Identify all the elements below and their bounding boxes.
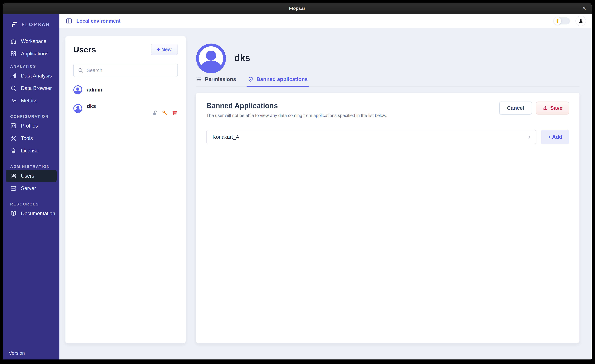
- search-box: [73, 64, 178, 77]
- person-icon: [578, 18, 584, 24]
- sidebar-section-resources: RESOURCES: [10, 201, 59, 207]
- unlock-icon[interactable]: [152, 110, 158, 116]
- sidebar-section-administration: ADMINISTRATION: [10, 164, 59, 170]
- user-profile-header: dks: [196, 43, 580, 74]
- users-icon: [10, 173, 17, 179]
- sidebar-section-analytics: ANALYTICS: [10, 63, 59, 69]
- detail-tabs: PermissionsBanned applications: [196, 76, 580, 87]
- shield-x-icon: [248, 76, 254, 82]
- application-select-row: Konakart_A + Add: [206, 130, 569, 144]
- server-icon: [10, 185, 17, 192]
- theme-toggle[interactable]: [554, 17, 570, 24]
- user-avatar-icon: [73, 85, 82, 94]
- book-open-icon: [10, 210, 17, 217]
- grid-icon: [10, 50, 17, 57]
- user-name: dks: [87, 103, 96, 109]
- tab-label: Permissions: [205, 76, 236, 82]
- sidebar-item-label: Applications: [21, 51, 48, 57]
- user-profile-name: dks: [234, 53, 250, 63]
- tab-permissions[interactable]: Permissions: [196, 76, 236, 86]
- sidebar-item-profiles[interactable]: Profiles: [3, 120, 59, 132]
- sidebar-item-documentation[interactable]: Documentation: [3, 207, 59, 220]
- home-icon: [10, 38, 17, 45]
- pulse-icon: [10, 97, 17, 104]
- code-square-icon: [10, 123, 17, 129]
- window-title: Flopsar: [289, 6, 305, 11]
- application-select[interactable]: Konakart_A: [206, 130, 536, 144]
- topbar-right: [554, 16, 586, 26]
- account-menu-button[interactable]: [575, 16, 586, 26]
- user-list: admindks: [73, 82, 178, 119]
- user-detail: dks PermissionsBanned applications Banne…: [196, 36, 580, 343]
- tab-banned-applications[interactable]: Banned applications: [248, 76, 308, 86]
- sidebar-nav: WorkspaceApplicationsANALYTICSData Analy…: [3, 35, 59, 220]
- app-window: Flopsar ✕ FLOPSAR WorkspaceApplicationsA…: [3, 3, 592, 359]
- sidebar-item-label: Profiles: [21, 123, 38, 129]
- list-icon: [196, 76, 202, 82]
- main-column: Local environment Users: [59, 14, 592, 359]
- users-panel-title: Users: [73, 45, 96, 54]
- cancel-button[interactable]: Cancel: [499, 102, 532, 115]
- brand: FLOPSAR: [3, 14, 59, 35]
- sidebar-item-users[interactable]: Users: [6, 170, 57, 182]
- banned-card-header: Banned Applications The user will not be…: [206, 102, 569, 118]
- users-panel-header: Users + New: [73, 44, 178, 55]
- sidebar-item-workspace[interactable]: Workspace: [3, 35, 59, 48]
- sidebar-item-label: Users: [21, 173, 34, 179]
- new-user-button[interactable]: + New: [151, 44, 178, 55]
- sidebar-item-label: Data Analysis: [21, 73, 52, 79]
- chevron-updown-icon: [526, 135, 531, 140]
- search-icon: [10, 85, 17, 91]
- sidebar-item-server[interactable]: Server: [3, 182, 59, 195]
- sidebar-item-label: Metrics: [21, 98, 37, 104]
- bar-chart-icon: [10, 73, 17, 79]
- app-body: FLOPSAR WorkspaceApplicationsANALYTICSDa…: [3, 14, 592, 359]
- application-select-value: Konakart_A: [212, 134, 239, 140]
- banned-card-title: Banned Applications: [206, 102, 387, 110]
- sidebar-item-metrics[interactable]: Metrics: [3, 95, 59, 107]
- sun-icon: [555, 19, 560, 23]
- trash-icon[interactable]: [172, 110, 178, 116]
- version-label: Version: [9, 350, 25, 356]
- panel-left-icon[interactable]: [66, 18, 72, 24]
- user-row-admin[interactable]: admin: [73, 82, 178, 98]
- sidebar-item-label: Server: [21, 185, 36, 191]
- sidebar-item-applications[interactable]: Applications: [3, 48, 59, 60]
- tools-icon: [10, 135, 17, 142]
- sidebar-item-label: Workspace: [21, 38, 46, 44]
- sidebar-item-label: Tools: [21, 135, 33, 141]
- key-icon[interactable]: [162, 110, 168, 116]
- sidebar-item-label: Data Browser: [21, 85, 52, 91]
- user-name: admin: [87, 87, 102, 93]
- user-row-actions: [152, 110, 178, 116]
- sidebar-section-configuration: CONFIGURATION: [10, 113, 59, 120]
- tab-label: Banned applications: [256, 76, 308, 82]
- save-button[interactable]: Save: [536, 102, 569, 115]
- search-icon: [78, 68, 83, 73]
- flopsar-logo-icon: [10, 20, 18, 28]
- add-application-button[interactable]: + Add: [541, 130, 569, 144]
- banned-card-titles: Banned Applications The user will not be…: [206, 102, 387, 118]
- banned-applications-card: Banned Applications The user will not be…: [196, 93, 580, 343]
- search-input[interactable]: [87, 68, 173, 73]
- user-avatar-icon: [73, 104, 82, 113]
- sidebar-item-label: License: [21, 148, 38, 154]
- user-avatar-icon: [196, 43, 226, 74]
- window-titlebar: Flopsar ✕: [3, 3, 592, 14]
- sidebar-item-data-browser[interactable]: Data Browser: [3, 82, 59, 95]
- banned-card-description: The user will not be able to view any da…: [206, 113, 387, 118]
- window-close-button[interactable]: ✕: [582, 6, 586, 11]
- topbar: Local environment: [59, 14, 592, 28]
- save-button-label: Save: [550, 105, 562, 111]
- sidebar: FLOPSAR WorkspaceApplicationsANALYTICSDa…: [3, 14, 59, 359]
- user-row-dks[interactable]: dks: [73, 98, 178, 119]
- award-icon: [10, 147, 17, 154]
- environment-label[interactable]: Local environment: [76, 18, 120, 24]
- banned-card-actions: Cancel Save: [499, 102, 569, 115]
- sidebar-item-tools[interactable]: Tools: [3, 132, 59, 144]
- sidebar-item-data-analysis[interactable]: Data Analysis: [3, 69, 59, 82]
- sidebar-item-license[interactable]: License: [3, 144, 59, 157]
- upload-icon: [543, 105, 548, 111]
- content: Users + New admindks dks PermissionsBann…: [59, 28, 592, 359]
- users-panel: Users + New admindks: [65, 36, 186, 343]
